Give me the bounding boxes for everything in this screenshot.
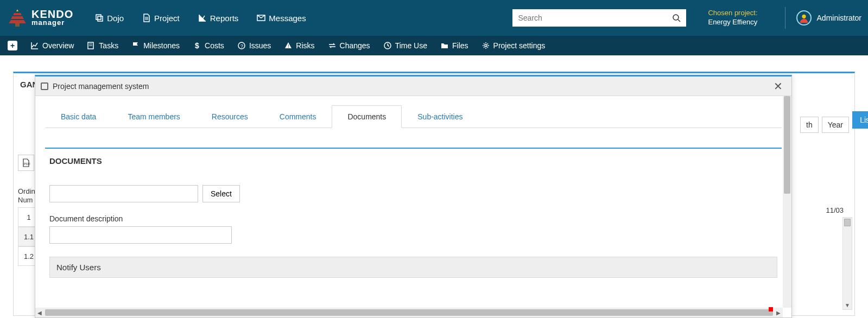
svg-rect-2: [98, 16, 103, 21]
modal-titlebar: Project management system ✕: [35, 77, 791, 96]
gear-icon: [481, 41, 490, 50]
view-controls: th Year: [800, 117, 849, 133]
subnav-issues-label: Issues: [249, 41, 271, 50]
chosen-project: Chosen project: Energy Effiency: [708, 9, 757, 27]
top-header: KENDO manager Dojo Project Reports Messa…: [0, 0, 868, 36]
modal-body: Basic data Team members Resources Commen…: [35, 96, 791, 317]
nav-dojo-label: Dojo: [107, 14, 124, 23]
svg-point-5: [802, 15, 806, 18]
svg-rect-1: [96, 15, 101, 20]
subnav-risks-label: Risks: [296, 41, 314, 50]
svg-text:$: $: [195, 41, 199, 50]
tab-sub-activities[interactable]: Sub-activities: [402, 105, 478, 128]
tab-basic-data[interactable]: Basic data: [45, 105, 112, 128]
search-icon: [672, 14, 681, 22]
file-icon: [142, 14, 151, 22]
tab-resources[interactable]: Resources: [196, 105, 264, 128]
svg-text:PDF: PDF: [24, 162, 30, 166]
scrollbar-thumb[interactable]: [844, 219, 851, 226]
user-name: Administrator: [817, 14, 861, 22]
nav-reports[interactable]: Reports: [198, 14, 239, 23]
subnav-files[interactable]: Files: [440, 41, 468, 50]
subnav-tasks-label: Tasks: [99, 41, 118, 50]
search-button[interactable]: [667, 9, 686, 27]
notify-users-panel[interactable]: Notify Users: [49, 257, 777, 278]
window-icon: [41, 82, 48, 90]
tab-team-members[interactable]: Team members: [112, 105, 195, 128]
nav-reports-label: Reports: [210, 14, 239, 23]
documents-section: DOCUMENTS Select Document description No…: [45, 148, 782, 285]
search-box: [512, 9, 686, 27]
svg-point-4: [673, 15, 679, 20]
subnav-issues[interactable]: ? Issues: [237, 41, 271, 50]
search-input[interactable]: [512, 14, 667, 22]
user-avatar-icon: [799, 13, 809, 23]
svg-text:?: ?: [240, 43, 243, 49]
zoom-year-button[interactable]: Year: [822, 117, 849, 133]
scrollbar-track[interactable]: [45, 309, 773, 316]
scroll-left-icon: ◀: [35, 310, 44, 316]
subnav-timeuse[interactable]: Time Use: [383, 41, 427, 50]
subnav-files-label: Files: [452, 41, 468, 50]
svg-point-12: [485, 44, 487, 47]
modal-close-button[interactable]: ✕: [770, 80, 786, 93]
brand-logo[interactable]: KENDO manager: [7, 7, 73, 29]
project-modal: Project management system ✕ Basic data T…: [35, 75, 792, 318]
list-view-button[interactable]: List View: [852, 111, 868, 129]
export-pdf-button[interactable]: PDF: [18, 155, 34, 171]
add-button[interactable]: +: [8, 41, 17, 50]
description-input[interactable]: [49, 226, 232, 244]
modal-tabs: Basic data Team members Resources Commen…: [45, 105, 782, 128]
brand-text: KENDO manager: [31, 9, 73, 26]
chart-line-icon: [198, 14, 207, 22]
avatar: [796, 10, 812, 26]
nav-messages[interactable]: Messages: [257, 14, 306, 23]
subnav-tasks[interactable]: Tasks: [87, 41, 118, 50]
subnav-changes[interactable]: Changes: [328, 41, 370, 50]
tasks-icon: [87, 41, 96, 50]
main-nav: Dojo Project Reports Messages: [95, 14, 306, 23]
modal-title-text: Project management system: [53, 82, 149, 91]
file-select-button[interactable]: Select: [202, 185, 240, 202]
warning-icon: !: [284, 41, 293, 50]
documents-heading: DOCUMENTS: [49, 156, 777, 166]
subnav-costs[interactable]: $ Costs: [193, 41, 224, 50]
subnav-settings[interactable]: Project settings: [481, 41, 546, 50]
chart-icon: [30, 41, 39, 50]
subnav-milestones-label: Milestones: [143, 41, 180, 50]
nav-dojo[interactable]: Dojo: [95, 14, 124, 23]
nav-project[interactable]: Project: [142, 14, 180, 23]
subnav-milestones[interactable]: Milestones: [131, 41, 180, 50]
modal-horizontal-scrollbar[interactable]: ◀ ▶: [35, 308, 783, 317]
file-upload-row: Select: [49, 185, 777, 202]
clock-icon: [383, 41, 392, 50]
subnav-changes-label: Changes: [340, 41, 370, 50]
help-circle-icon: ?: [237, 41, 246, 50]
scroll-down-icon: ▼: [843, 301, 852, 309]
modal-vertical-scrollbar[interactable]: [783, 96, 791, 308]
exchange-icon: [328, 41, 337, 50]
flag-icon: [131, 41, 140, 50]
envelope-icon: [257, 14, 265, 22]
svg-text:!: !: [288, 43, 289, 49]
subnav-risks[interactable]: ! Risks: [284, 41, 314, 50]
scrollbar-thumb[interactable]: [784, 96, 790, 194]
subnav-costs-label: Costs: [205, 41, 224, 50]
scroll-right-icon: ▶: [774, 310, 783, 316]
subnav-settings-label: Project settings: [493, 41, 546, 50]
gantt-vertical-scrollbar[interactable]: ▲ ▼: [842, 217, 852, 310]
user-menu[interactable]: Administrator: [785, 7, 861, 29]
subnav-overview-label: Overview: [42, 41, 74, 50]
description-label: Document description: [49, 214, 777, 223]
folder-icon: [440, 41, 449, 50]
sub-nav: + Overview Tasks Milestones $ Costs ? Is…: [0, 36, 868, 55]
tab-documents[interactable]: Documents: [332, 105, 402, 128]
nav-project-label: Project: [154, 14, 180, 23]
copy-icon: [95, 14, 104, 22]
zoom-th-button[interactable]: th: [800, 117, 819, 133]
pagoda-icon: [7, 7, 28, 29]
subnav-overview[interactable]: Overview: [30, 41, 74, 50]
file-name-input[interactable]: [49, 185, 198, 202]
nav-messages-label: Messages: [269, 14, 306, 23]
tab-comments[interactable]: Comments: [264, 105, 332, 128]
